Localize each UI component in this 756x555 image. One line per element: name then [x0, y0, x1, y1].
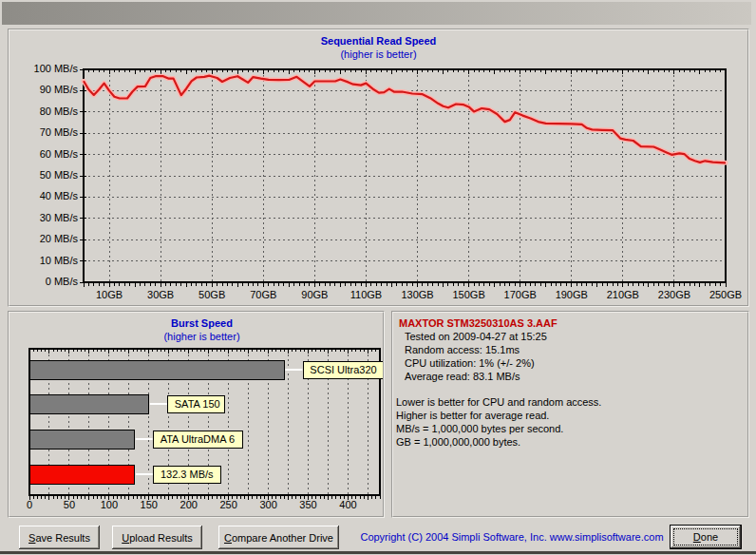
sequential-read-panel: Sequential Read Speed (higher is better)…	[8, 29, 749, 307]
y-axis-tick-label: 20 MB/s	[9, 233, 78, 244]
y-axis-tick-label: 100 MB/s	[9, 63, 78, 74]
x-axis-tick-label: 90GB	[292, 289, 337, 300]
x-axis-tick-label: 250	[215, 499, 243, 510]
note-lower-better: Lower is better for CPU and random acces…	[396, 395, 747, 409]
note-mbs-definition: MB/s = 1,000,000 bytes per second.	[396, 422, 747, 435]
x-axis-tick-label: 200	[175, 499, 203, 510]
bar-label: ATA UltraDMA 6	[161, 433, 235, 445]
drive-name-header: MAXTOR STM3250310AS 3.AAF	[393, 313, 747, 330]
x-axis-tick-label: 170GB	[498, 289, 543, 300]
x-axis-tick-label: 350	[294, 499, 323, 510]
x-axis-tick-label: 300	[255, 499, 283, 510]
bar-label: 132.3 MB/s	[161, 469, 214, 480]
x-axis-tick-label: 110GB	[343, 289, 388, 300]
save-results-button[interactable]: Save Results	[19, 526, 100, 549]
done-button[interactable]: Done	[670, 525, 742, 549]
hdtach-window: HD Tach version 3.0.4.0 - For non-commer…	[0, 0, 756, 555]
upload-results-button[interactable]: Upload Results	[112, 526, 202, 549]
y-axis-tick-label: 60 MB/s	[9, 148, 78, 160]
legend-notes: Lower is better for CPU and random acces…	[393, 395, 747, 449]
note-gb-definition: GB = 1,000,000,000 bytes.	[396, 435, 747, 449]
x-axis-tick-label: 250GB	[703, 289, 748, 300]
window-titlebar[interactable]: HD Tach version 3.0.4.0 - For non-commer…	[2, 2, 751, 25]
y-axis-tick-label: 30 MB/s	[9, 212, 78, 223]
y-axis-tick-label: 50 MB/s	[9, 169, 78, 181]
y-axis-tick-label: 10 MB/s	[9, 255, 78, 266]
random-access-line: Random access: 15.1ms	[393, 343, 747, 356]
x-axis-tick-label: 400	[333, 499, 362, 510]
y-axis-tick-label: 0 MB/s	[9, 276, 78, 287]
x-axis-tick-label: 70GB	[240, 289, 286, 300]
sequential-read-chart	[9, 30, 747, 305]
x-axis-tick-label: 150GB	[446, 289, 492, 300]
burst-speed-panel: Burst Speed (higher is better) SCSI Ultr…	[8, 311, 385, 518]
drive-info-panel: MAXTOR STM3250310AS 3.AAF Tested on 2009…	[391, 311, 749, 518]
y-axis-tick-label: 90 MB/s	[9, 84, 78, 95]
bar-label: SATA 150	[175, 398, 220, 410]
compare-another-drive-button[interactable]: Compare Another Drive	[218, 526, 339, 549]
x-axis-tick-label: 10GB	[86, 289, 132, 300]
x-axis-tick-label: 230GB	[652, 289, 697, 300]
x-axis-tick-label: 50	[55, 499, 84, 510]
y-axis-tick-label: 40 MB/s	[9, 190, 78, 201]
test-date-line: Tested on 2009-04-27 at 15:25	[393, 330, 747, 343]
y-axis-tick-label: 80 MB/s	[9, 105, 78, 117]
x-axis-tick-label: 50GB	[189, 289, 235, 300]
y-axis-tick-label: 70 MB/s	[9, 126, 78, 138]
x-axis-tick-label: 100	[95, 499, 123, 510]
bar-label: SCSI Ultra320	[310, 364, 376, 375]
window-bottom-edge	[0, 551, 756, 554]
average-read-line: Average read: 83.1 MB/s	[393, 370, 747, 383]
x-axis-tick-label: 210GB	[600, 289, 646, 300]
burst-speed-chart: SCSI Ultra320SATA 150ATA UltraDMA 6132.3…	[9, 313, 383, 516]
note-higher-better: Higher is better for average read.	[396, 409, 747, 422]
cpu-utilization-line: CPU utilization: 1% (+/- 2%)	[393, 356, 747, 370]
copyright-text: Copyright (C) 2004 Simpli Software, Inc.…	[359, 531, 665, 543]
x-axis-tick-label: 30GB	[138, 289, 183, 300]
x-axis-tick-label: 0	[15, 499, 44, 510]
x-axis-tick-label: 130GB	[395, 289, 441, 300]
x-axis-tick-label: 150	[135, 499, 163, 510]
x-axis-tick-label: 190GB	[549, 289, 595, 300]
